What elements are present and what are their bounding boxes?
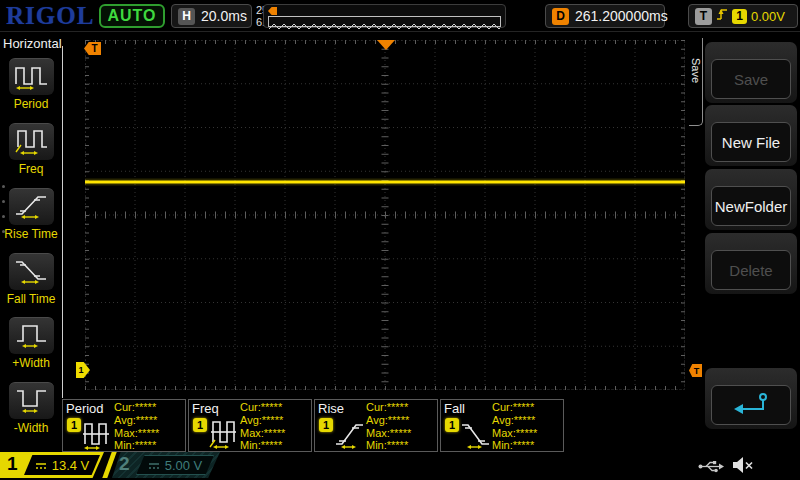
ch2-scale-value: 5.00 V [165,458,203,473]
ch2-number: 2 [119,453,130,475]
delay-d-chip: D [552,8,569,25]
measurement-channel-badge: 1 [193,418,207,432]
measure-item-fall-time-label: Fall Time [0,292,62,306]
period-icon [14,60,50,94]
measurement-channel-badge: 1 [445,418,459,432]
measurement-name: Freq [192,401,219,416]
menu-slot: Save [705,42,797,103]
trigger-level-marker[interactable]: T [689,364,702,377]
trigger-position-marker[interactable] [377,40,395,50]
ch2-scale-readout: 5.00 V [136,455,214,475]
timebase-value: 20.0ms [201,8,247,24]
menu-scroll-dot [2,185,5,188]
period-icon [83,416,113,454]
delay-value: 261.200000ms [575,8,668,24]
measurement-box-rise[interactable]: Rise 1 Cur:***** Avg:***** Max:***** Min… [314,399,438,452]
measurement-box-fall[interactable]: Fall 1 Cur:***** Avg:***** Max:***** Min… [440,399,564,452]
waveform-preview-bar[interactable] [263,4,506,28]
menu-slot: NewFolder [705,169,797,230]
measurement-name: Fall [444,401,465,416]
return-arrow-icon [730,391,772,420]
ch1-number: 1 [7,453,18,475]
measure-item-plus-width-label: +Width [0,356,62,370]
menu-tab-save: Save [689,38,703,126]
save-button[interactable]: Save [711,59,791,99]
left-menu-separator [62,46,63,398]
measurement-channel-badge: 1 [67,418,81,432]
measure-item-minus-width-label: -Width [0,421,62,435]
measurement-name: Period [66,401,104,416]
ch1-scale-value: 13.4 V [52,458,90,473]
measure-item-minus-width[interactable] [9,382,54,419]
trigger-t-chip: T [695,8,712,25]
fall-time-icon [461,416,491,454]
preview-position-icon [268,7,277,15]
menu-slot [705,368,797,429]
channel-status-bar: 1 13.4 V 2 5.00 V [0,452,800,480]
oscilloscope-screen: RIGOL AUTO H 20.0ms 25.0MSa/s 6.00M pts [0,0,800,480]
left-measure-menu: Horizontal Period Freq [0,32,63,452]
dc-coupling-icon [35,458,47,473]
new-file-button[interactable]: New File [711,122,791,162]
measurement-values: Cur:***** Avg:***** Max:***** Min:***** [240,401,285,452]
measure-item-fall-time[interactable] [9,253,54,290]
timebase-h-chip: H [178,8,195,25]
graticule-grid [85,40,685,390]
rise-time-icon [14,190,50,224]
usb-icon [698,459,725,477]
timebase-box[interactable]: H 20.0ms [171,4,252,28]
plus-width-icon [14,319,50,353]
measurement-values: Cur:***** Avg:***** Max:***** Min:***** [492,401,537,452]
delay-box[interactable]: D 261.200000ms [545,4,665,28]
preview-waveform [268,16,501,27]
measurement-values: Cur:***** Avg:***** Max:***** Min:***** [366,401,411,452]
delete-button[interactable]: Delete [711,250,791,290]
trigger-level-value: 0.00V [751,9,785,24]
trigger-channel-chip: 1 [732,9,747,24]
measure-item-rise-time-label: Rise Time [0,227,62,241]
menu-scroll-dot [2,200,5,203]
measure-item-plus-width[interactable] [9,317,54,354]
measure-item-freq-label: Freq [0,162,62,176]
new-folder-button[interactable]: NewFolder [711,186,791,226]
fall-time-icon [14,255,50,289]
measure-item-freq[interactable] [9,123,54,160]
trigger-box[interactable]: T 1 0.00V [688,4,798,28]
freq-icon [14,125,50,159]
dc-coupling-icon [148,458,160,473]
rigol-logo: RIGOL [6,2,94,30]
measure-item-period[interactable] [9,58,54,95]
rise-time-icon [335,416,365,454]
ch1-scale-readout: 13.4 V [24,455,100,475]
menu-slot: New File [705,105,797,166]
measurement-box-period[interactable]: Period 1 Cur:***** Avg:***** Max:***** M… [62,399,186,452]
menu-scroll-dot [2,215,5,218]
measure-item-rise-time[interactable] [9,188,54,225]
speaker-muted-icon [731,456,755,478]
save-menu-panel: Save Save New File NewFolder Delete [703,32,798,452]
menu-scroll-dot [2,230,5,233]
top-status-bar: RIGOL AUTO H 20.0ms 25.0MSa/s 6.00M pts [0,0,800,32]
measure-item-period-label: Period [0,97,62,111]
back-button[interactable] [711,385,791,425]
left-menu-title: Horizontal [3,36,62,51]
run-status-badge[interactable]: AUTO [99,4,165,28]
measurement-channel-badge: 1 [319,418,333,432]
minus-width-icon [14,384,50,418]
measurement-values: Cur:***** Avg:***** Max:***** Min:***** [114,401,159,452]
menu-slot: Delete [705,233,797,294]
measurement-box-freq[interactable]: Freq 1 Cur:***** Avg:***** Max:***** Min… [188,399,312,452]
trigger-slope-icon [716,6,728,26]
freq-icon [209,416,239,454]
measurement-name: Rise [318,401,344,416]
